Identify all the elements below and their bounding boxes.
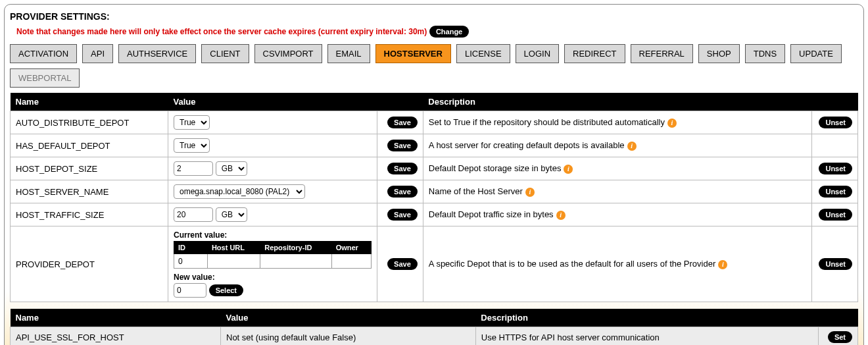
tab-tdns[interactable]: TDNS xyxy=(745,44,785,63)
value-input[interactable] xyxy=(174,207,213,222)
setting-description: Default Depot traffic size in bytesi xyxy=(423,203,811,226)
new-value-input[interactable] xyxy=(174,283,206,298)
th-value: Value xyxy=(168,93,423,111)
subcell-id: 0 xyxy=(174,254,208,269)
save-cell: Save xyxy=(377,180,423,203)
value-select[interactable]: True xyxy=(174,115,210,130)
set-button[interactable]: Set xyxy=(828,331,852,343)
description-text: Set to True if the repository should be … xyxy=(429,117,665,127)
setting-name: PROVIDER_DEPOT xyxy=(11,226,168,302)
save-button[interactable]: Save xyxy=(387,186,418,198)
save-cell: Save xyxy=(377,157,423,180)
table-row: API_USE_SSL_FOR_HOSTNot set (using defau… xyxy=(11,327,858,346)
tab-shop[interactable]: SHOP xyxy=(698,44,740,63)
tab-activation[interactable]: ACTIVATION xyxy=(10,44,77,63)
tab-webportal[interactable]: WEBPORTAL xyxy=(10,68,80,88)
subcell-empty xyxy=(207,254,260,269)
unit-select[interactable]: GB xyxy=(216,161,247,176)
save-button[interactable]: Save xyxy=(387,258,418,270)
provider-settings-panel: PROVIDER SETTINGS: Note that changes mad… xyxy=(4,4,864,345)
current-value-label: Current value: xyxy=(174,230,372,240)
setting-name: AUTO_DISTRIBUTE_DEPOT xyxy=(11,111,168,134)
table-row: HOST_DEPOT_SIZE GBSaveDefault Depot stor… xyxy=(11,157,858,180)
setting-description: Set to True if the repository should be … xyxy=(423,111,811,134)
select-button[interactable]: Select xyxy=(209,284,243,296)
page-title: PROVIDER SETTINGS: xyxy=(10,11,858,22)
unset-cell: Unset xyxy=(812,157,858,180)
setting-description: Name of the Host Serveri xyxy=(423,180,811,203)
setting-description: Use HTTPS for API host server communicat… xyxy=(475,327,818,346)
subcol-repoid: Repository-ID xyxy=(260,242,331,254)
setting-value-cell: True xyxy=(168,111,377,134)
description-text: Default Depot storage size in bytes xyxy=(429,163,562,173)
info-icon[interactable]: i xyxy=(564,165,573,174)
tab-api[interactable]: API xyxy=(82,44,113,63)
unset-button[interactable]: Unset xyxy=(819,117,852,128)
save-cell: Save xyxy=(377,203,423,226)
set-cell: Set xyxy=(819,327,858,346)
info-icon[interactable]: i xyxy=(525,188,535,197)
tab-login[interactable]: LOGIN xyxy=(516,44,559,63)
setting-description: A specific Depot that is to be used as t… xyxy=(423,226,811,302)
unset-button[interactable]: Unset xyxy=(819,186,852,198)
info-icon[interactable]: i xyxy=(718,260,727,269)
unset-cell: Unset xyxy=(812,203,858,226)
th2-description: Description xyxy=(475,309,818,327)
cache-note: Note that changes made here will only ta… xyxy=(16,27,427,36)
table-row: HOST_TRAFFIC_SIZE GBSaveDefault Depot tr… xyxy=(11,203,858,226)
setting-name: HOST_DEPOT_SIZE xyxy=(11,157,168,180)
change-button[interactable]: Change xyxy=(429,26,469,38)
unset-button[interactable]: Unset xyxy=(819,209,852,221)
info-icon[interactable]: i xyxy=(667,119,677,128)
description-text: A specific Depot that is to be used as t… xyxy=(429,259,715,269)
description-text: Default Depot traffic size in bytes xyxy=(429,209,554,219)
info-icon[interactable]: i xyxy=(556,211,566,220)
tab-email[interactable]: EMAIL xyxy=(327,44,370,63)
value-select[interactable]: omega.snap.local_8080 (PAL2) xyxy=(174,184,305,199)
setting-value-cell: omega.snap.local_8080 (PAL2) xyxy=(168,180,377,203)
save-button[interactable]: Save xyxy=(387,117,418,128)
current-value-table: IDHost URLRepository-IDOwner0 xyxy=(174,241,372,269)
save-button[interactable]: Save xyxy=(387,163,418,174)
table-row: HOST_SERVER_NAMEomega.snap.local_8080 (P… xyxy=(11,180,858,203)
tab-license[interactable]: LICENSE xyxy=(456,44,510,63)
description-text: A host server for creating default depot… xyxy=(429,140,625,150)
table-row: AUTO_DISTRIBUTE_DEPOTTrueSaveSet to True… xyxy=(11,111,858,134)
setting-value-cell: Current value:IDHost URLRepository-IDOwn… xyxy=(168,226,377,302)
tab-csvimport[interactable]: CSVIMPORT xyxy=(254,44,322,63)
setting-value-cell: True xyxy=(168,134,377,157)
th-blank xyxy=(812,93,858,111)
value-select[interactable]: True xyxy=(174,138,210,153)
save-cell: Save xyxy=(377,226,423,302)
th-name: Name xyxy=(11,93,168,111)
value-input[interactable] xyxy=(174,161,213,176)
save-button[interactable]: Save xyxy=(387,140,418,151)
table-row: HAS_DEFAULT_DEPOTTrueSaveA host server f… xyxy=(11,134,858,157)
tab-client[interactable]: CLIENT xyxy=(201,44,249,63)
th2-name: Name xyxy=(11,309,221,327)
unset-cell xyxy=(812,134,858,157)
tab-authservice[interactable]: AUTHSERVICE xyxy=(118,44,196,63)
subcell-empty xyxy=(260,254,331,269)
th-description: Description xyxy=(423,93,811,111)
setting-value: Not set (using default value False) xyxy=(221,327,476,346)
setting-name: HOST_TRAFFIC_SIZE xyxy=(11,203,168,226)
save-button[interactable]: Save xyxy=(387,209,418,221)
setting-name: HAS_DEFAULT_DEPOT xyxy=(11,134,168,157)
unit-select[interactable]: GB xyxy=(216,207,247,222)
save-cell: Save xyxy=(377,134,423,157)
tab-redirect[interactable]: REDIRECT xyxy=(564,44,625,63)
defaults-table: Name Value Description API_USE_SSL_FOR_H… xyxy=(10,309,858,345)
info-icon[interactable]: i xyxy=(627,142,637,151)
note-row: Note that changes made here will only ta… xyxy=(16,26,858,38)
unset-cell: Unset xyxy=(812,226,858,302)
unset-button[interactable]: Unset xyxy=(819,258,852,270)
setting-description: A host server for creating default depot… xyxy=(423,134,811,157)
new-value-label: New value: xyxy=(174,273,372,282)
tab-hostserver[interactable]: HOSTSERVER xyxy=(375,44,451,63)
setting-value-cell: GB xyxy=(168,157,377,180)
tab-update[interactable]: UPDATE xyxy=(790,44,842,63)
th2-blank xyxy=(819,309,858,327)
tab-referral[interactable]: REFERRAL xyxy=(631,44,693,63)
unset-button[interactable]: Unset xyxy=(819,163,852,174)
